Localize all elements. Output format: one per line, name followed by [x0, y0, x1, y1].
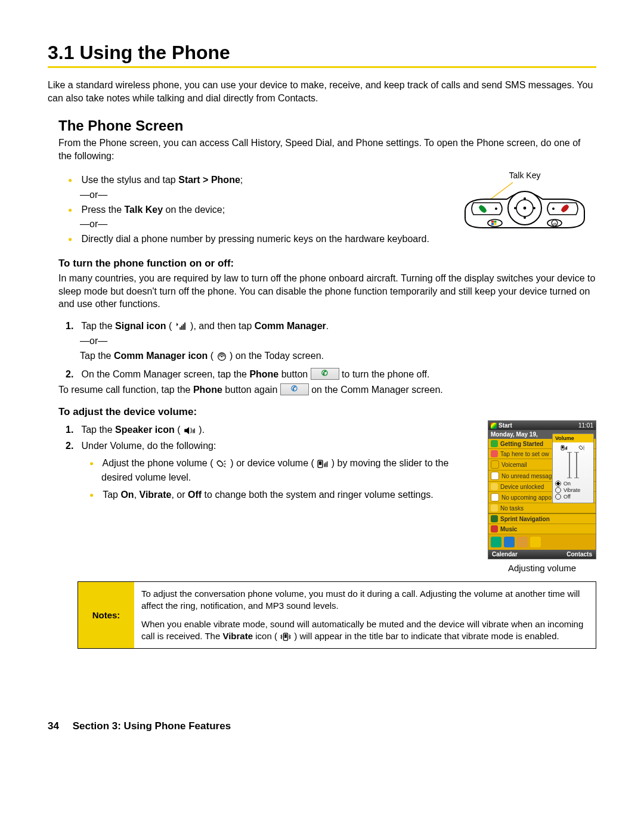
radio-vibrate	[555, 487, 561, 493]
speaker-icon	[183, 426, 196, 435]
vibrate-icon	[280, 633, 292, 641]
phone-volume-icon	[578, 445, 586, 451]
step-title-turn-on-off: To turn the phone function on or off:	[58, 258, 596, 270]
svg-point-24	[552, 208, 555, 210]
list-item: Tap On, Vibrate, or Off to change both t…	[101, 488, 478, 501]
comm-manager-icon	[216, 352, 227, 361]
softkey-contacts: Contacts	[566, 551, 592, 558]
notes-content: To adjust the conversation phone volume,…	[134, 582, 596, 649]
talk-key-figure: Talk Key	[453, 171, 596, 237]
manual-page: 3.1 Using the Phone Like a standard wire…	[0, 0, 644, 756]
svg-rect-29	[491, 223, 494, 225]
phone-screen-lead: From the Phone screen, you can access Ca…	[58, 137, 596, 162]
volume-figure: Start 11:01 Monday, May 19, Getting Star…	[488, 420, 596, 573]
notes-para: To adjust the conversation phone volume,…	[141, 588, 589, 612]
volume-steps: Tap the Speaker icon ( ). Under Volume, …	[58, 423, 478, 501]
svg-rect-27	[491, 221, 494, 223]
phone-screen-list: Use the stylus and tap Start > Phone;	[58, 173, 444, 187]
svg-point-18	[524, 207, 527, 210]
clock-label: 11:01	[578, 422, 593, 429]
talk-key-label: Talk Key	[453, 171, 596, 180]
svg-text:ok: ok	[553, 222, 557, 225]
start-label: Start	[499, 422, 512, 429]
step-item: Under Volume, do the following: Adjust t…	[80, 439, 478, 501]
row-messages: No unread messag	[501, 473, 552, 479]
turn-alt: Tap the Comm Manager icon ( ) on the Tod…	[80, 349, 596, 363]
notes-label: Notes:	[78, 582, 135, 649]
talk-key-illustration: ok	[453, 181, 596, 235]
step-item: On the Comm Manager screen, tap the Phon…	[80, 367, 596, 381]
page-number: 34	[48, 720, 59, 732]
row-nav: Sprint Navigation	[500, 516, 550, 522]
list-item: Adjust the phone volume ( ) or device vo…	[101, 456, 478, 484]
subheading-phone-screen: The Phone Screen	[58, 117, 596, 134]
step-item: Tap the Signal icon ( ), and then tap Co…	[80, 319, 596, 363]
page-footer: 34 Section 3: Using Phone Features	[48, 720, 596, 732]
step-title-volume: To adjust the device volume:	[58, 406, 596, 418]
section-heading: 3.1 Using the Phone	[48, 42, 596, 64]
phone-volume-icon	[216, 460, 228, 468]
turn-resume: To resume call function, tap the Phone b…	[58, 383, 596, 397]
list-item: Press the Talk Key on the device;	[80, 203, 444, 216]
svg-rect-28	[494, 221, 497, 223]
row-getting-started: Getting Started	[500, 441, 543, 447]
svg-point-20	[524, 216, 526, 219]
launcher-row	[488, 534, 596, 550]
softkey-calendar: Calendar	[492, 551, 518, 558]
turn-steps: Tap the Signal icon ( ), and then tap Co…	[58, 319, 596, 382]
svg-rect-30	[494, 223, 497, 225]
device-volume-icon	[561, 445, 568, 451]
radio-on	[555, 481, 561, 487]
svg-point-22	[533, 207, 535, 209]
intro-paragraph: Like a standard wireless phone, you can …	[48, 79, 596, 104]
step-item: Tap the Speaker icon ( ).	[80, 423, 478, 436]
or-separator: —or—	[80, 334, 596, 348]
phone-on-button-icon: ✆	[311, 368, 339, 380]
signal-icon	[175, 322, 188, 330]
list-item: Directly dial a phone number by pressing…	[80, 232, 444, 246]
volume-panel-header: Volume	[553, 434, 593, 442]
or-separator: —or—	[80, 190, 444, 200]
notes-para: When you enable vibrate mode, sound will…	[141, 618, 589, 643]
heading-rule	[48, 66, 596, 68]
svg-point-21	[514, 207, 516, 209]
svg-point-23	[495, 208, 497, 210]
row-owner: Tap here to set ow	[500, 451, 549, 457]
or-separator: —or—	[80, 219, 444, 230]
list-item: Use the stylus and tap Start > Phone;	[80, 173, 444, 187]
phone-off-button-icon: ✆	[280, 383, 309, 395]
device-volume-icon	[317, 460, 329, 468]
row-music: Music	[500, 526, 517, 532]
row-tasks: No tasks	[500, 505, 524, 512]
notes-box: Notes: To adjust the conversation phone …	[78, 581, 596, 649]
figure-caption: Adjusting volume	[488, 563, 596, 573]
row-voicemail: Voicemail	[501, 462, 527, 468]
section-footer: Section 3: Using Phone Features	[73, 720, 231, 732]
start-flag-icon	[491, 423, 497, 429]
turn-lead: In many countries, you are required by l…	[58, 272, 596, 311]
radio-off	[555, 494, 561, 500]
svg-point-19	[524, 197, 526, 200]
volume-panel: Volume On Vibrate Off	[552, 433, 594, 503]
row-appointments: No upcoming appo	[501, 494, 552, 501]
row-unlocked: Device unlocked	[500, 484, 544, 490]
